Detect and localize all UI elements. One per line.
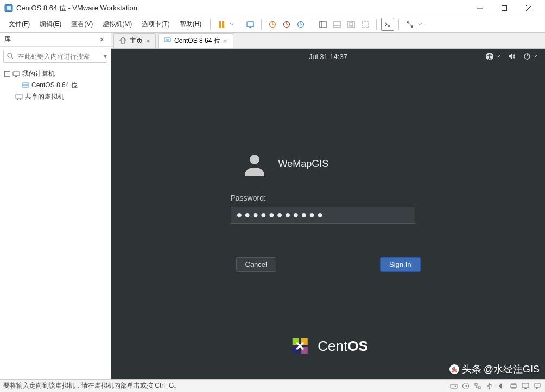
tray-usb-icon[interactable]: [485, 382, 494, 390]
separator: [261, 19, 262, 30]
device-tray: [449, 382, 542, 390]
tab-close-icon[interactable]: ×: [146, 37, 150, 45]
view-thumbnail-button[interactable]: [331, 18, 344, 31]
unity-button[interactable]: [359, 18, 372, 31]
watermark: 头 头条 @水经注GIS: [449, 363, 540, 376]
separator: [398, 19, 399, 30]
search-input[interactable]: [17, 50, 100, 62]
tree-item-shared-vms[interactable]: 共享的虚拟机: [4, 91, 106, 102]
sidebar-search: ▾: [3, 50, 107, 63]
power-menu[interactable]: [523, 53, 537, 60]
window-titlebar: CentOS 8 64 位 - VMware Workstation: [0, 0, 545, 16]
svg-point-32: [489, 54, 491, 55]
svg-rect-9: [249, 27, 251, 28]
svg-rect-30: [166, 39, 169, 41]
avatar-icon: [242, 151, 268, 177]
vm-viewport[interactable]: Jul 31 14:37 WeMapGIS: [111, 49, 545, 379]
volume-icon[interactable]: [508, 53, 516, 60]
login-buttons: Cancel Sign In: [236, 257, 421, 272]
gnome-top-bar: Jul 31 14:37: [111, 49, 545, 64]
menu-edit[interactable]: 编辑(E): [35, 17, 66, 31]
tree-root-my-computer[interactable]: − 我的计算机: [4, 68, 106, 80]
svg-rect-3: [502, 5, 506, 10]
tray-printer-icon[interactable]: [509, 382, 518, 390]
svg-rect-54: [522, 383, 529, 388]
tree-label: 我的计算机: [22, 69, 55, 79]
status-text: 要将输入定向到该虚拟机，请在虚拟机内部单击或按 Ctrl+G。: [3, 381, 449, 390]
collapse-icon[interactable]: −: [4, 71, 10, 77]
close-button[interactable]: [516, 0, 541, 16]
send-cad-button[interactable]: [244, 18, 257, 31]
svg-rect-52: [512, 383, 515, 385]
sidebar-title: 库: [4, 35, 11, 44]
svg-rect-23: [15, 76, 17, 77]
tab-home[interactable]: 主页 ×: [113, 33, 156, 48]
tree-label: 共享的虚拟机: [25, 92, 64, 101]
svg-rect-6: [219, 21, 221, 28]
tab-centos[interactable]: CentOS 8 64 位 ×: [158, 33, 233, 48]
view-single-button[interactable]: [316, 18, 329, 31]
svg-rect-26: [16, 94, 22, 99]
watermark-prefix: 头条: [462, 363, 481, 376]
tree-label: CentOS 8 64 位: [31, 81, 78, 90]
svg-rect-56: [535, 383, 540, 387]
svg-rect-18: [350, 23, 353, 26]
svg-rect-49: [478, 387, 480, 389]
menu-help[interactable]: 帮助(H): [175, 17, 206, 31]
menu-file[interactable]: 文件(F): [4, 17, 34, 31]
maximize-button[interactable]: [492, 0, 516, 16]
svg-point-47: [465, 385, 467, 387]
signin-button[interactable]: Sign In: [380, 257, 420, 272]
watermark-handle: @水经注GIS: [484, 363, 540, 376]
tray-network-icon[interactable]: [473, 382, 482, 390]
fullscreen-button[interactable]: [345, 18, 358, 31]
svg-line-21: [11, 57, 13, 59]
vm-icon: [22, 82, 29, 89]
menu-vm[interactable]: 虚拟机(M): [98, 17, 136, 31]
tray-hdd-icon[interactable]: [449, 382, 458, 390]
tab-close-icon[interactable]: ×: [224, 37, 227, 45]
tab-label: 主页: [130, 36, 143, 46]
cancel-button[interactable]: Cancel: [236, 257, 276, 272]
svg-rect-48: [475, 383, 477, 385]
separator: [239, 19, 239, 30]
svg-point-45: [455, 385, 456, 387]
menu-view[interactable]: 查看(V): [67, 17, 97, 31]
password-input[interactable]: [231, 207, 415, 224]
svg-text:头: 头: [452, 367, 457, 372]
search-icon: [4, 53, 17, 61]
svg-rect-15: [334, 21, 340, 28]
pause-button[interactable]: [215, 18, 228, 31]
tree-item-centos[interactable]: CentOS 8 64 位: [4, 80, 106, 91]
content-area: 主页 × CentOS 8 64 位 × Jul 31 14:37: [111, 33, 545, 379]
stretch-dropdown[interactable]: [417, 22, 423, 27]
tray-message-icon[interactable]: [533, 382, 542, 390]
console-button[interactable]: [381, 18, 394, 31]
svg-rect-19: [362, 21, 369, 28]
accessibility-menu[interactable]: [485, 52, 500, 61]
svg-rect-17: [348, 21, 354, 28]
pause-dropdown[interactable]: [229, 22, 235, 27]
stretch-button[interactable]: [403, 18, 416, 31]
revert-snapshot-button[interactable]: [280, 18, 293, 31]
svg-point-28: [20, 98, 22, 100]
app-icon: [4, 4, 13, 12]
gnome-clock[interactable]: Jul 31 14:37: [309, 53, 347, 61]
minimize-button[interactable]: [467, 0, 492, 16]
snapshot-button[interactable]: [266, 18, 279, 31]
password-label: Password:: [231, 194, 266, 202]
tray-cd-icon[interactable]: [461, 382, 470, 390]
search-dropdown[interactable]: ▾: [100, 53, 110, 60]
svg-point-46: [463, 383, 469, 389]
login-panel: WeMapGIS Password:: [231, 151, 426, 224]
vm-icon: [164, 37, 171, 46]
menu-tabs[interactable]: 选项卡(T): [137, 17, 174, 31]
tab-label: CentOS 8 64 位: [174, 36, 220, 46]
sidebar-close-button[interactable]: ×: [98, 35, 106, 44]
tray-display-icon[interactable]: [521, 382, 530, 390]
manage-snapshots-button[interactable]: [294, 18, 307, 31]
library-sidebar: 库 × ▾ − 我的计算机 CentOS 8 64 位 共享的虚拟机: [0, 33, 111, 379]
separator: [312, 19, 312, 30]
tray-sound-icon[interactable]: [497, 382, 506, 390]
window-title: CentOS 8 64 位 - VMware Workstation: [16, 3, 467, 13]
